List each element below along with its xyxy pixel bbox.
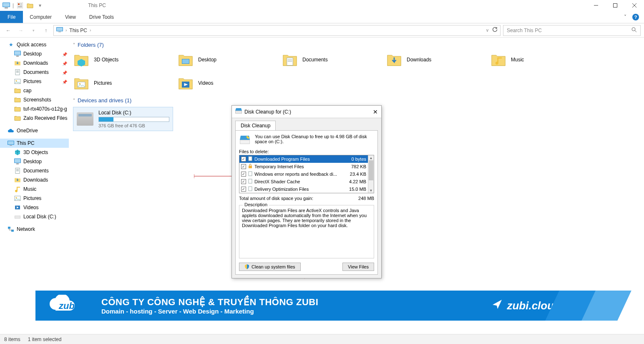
svg-rect-39	[240, 140, 249, 144]
star-icon: ★	[8, 41, 14, 48]
total-label: Total amount of disk space you gain:	[239, 196, 313, 201]
checkbox[interactable]: ✓	[241, 164, 246, 169]
folder-icon	[177, 51, 194, 68]
tab-drive-tools[interactable]: Drive Tools	[83, 11, 121, 23]
scroll-thumb[interactable]	[369, 160, 373, 180]
refresh-icon[interactable]	[492, 27, 498, 34]
checkbox[interactable]: ✓	[241, 172, 246, 177]
file-row[interactable]: ✓Windows error reports and feedback di..…	[239, 170, 374, 178]
dialog-title-bar[interactable]: Disk Cleanup for (C:) ✕	[232, 106, 381, 118]
disk-cleanup-dialog: Disk Cleanup for (C:) ✕ Disk Cleanup You…	[231, 105, 382, 278]
sidebar-item-local-disk-c-[interactable]: Local Disk (C:)	[0, 212, 69, 221]
files-list[interactable]: ✓Downloaded Program Files0 bytes✓Tempora…	[239, 155, 374, 193]
sidebar-onedrive[interactable]: OneDrive	[0, 126, 69, 135]
recent-dropdown[interactable]: ▾	[28, 25, 38, 35]
sidebar-item-music[interactable]: Music	[0, 185, 69, 194]
sidebar-item-3d-objects[interactable]: 3D Objects	[0, 148, 69, 157]
sidebar-item-downloads[interactable]: Downloads	[0, 175, 69, 185]
sidebar-item-screenshots[interactable]: Screenshots	[0, 95, 69, 104]
group-drives[interactable]: ˅ Devices and drives (1)	[73, 97, 640, 104]
scroll-up-icon[interactable]: ▲	[368, 155, 374, 160]
scrollbar[interactable]: ▲ ▼	[368, 155, 374, 193]
file-row[interactable]: ✓Temporary Internet Files782 KB	[239, 163, 374, 170]
file-row[interactable]: ✓Delivery Optimization Files15.0 MB	[239, 185, 374, 193]
folder-downloads[interactable]: Downloads	[386, 51, 490, 68]
drive-local-disk-c[interactable]: Local Disk (C:) 376 GB free of 476 GB	[73, 107, 173, 131]
file-label: Delivery Optimization Files	[254, 187, 309, 192]
tab-view[interactable]: View	[58, 11, 83, 23]
sidebar-item-desktop[interactable]: Desktop📌	[0, 49, 69, 58]
svg-rect-18	[10, 145, 12, 146]
close-icon[interactable]: ✕	[373, 109, 378, 115]
file-label: DirectX Shader Cache	[254, 179, 300, 184]
search-input[interactable]: Search This PC	[503, 25, 641, 36]
new-folder-icon[interactable]	[26, 2, 34, 9]
checkbox[interactable]: ✓	[241, 187, 246, 192]
address-dropdown-icon[interactable]: v	[486, 28, 488, 33]
sidebar-item-documents[interactable]: Documents📌	[0, 68, 69, 77]
sidebar-item-pictures[interactable]: Pictures	[0, 194, 69, 203]
folder-desktop[interactable]: Desktop	[177, 51, 282, 68]
maximize-button[interactable]	[606, 0, 625, 11]
chevron-right-icon[interactable]: ›	[65, 28, 67, 33]
ribbon-expand-icon[interactable]: ˅	[624, 14, 626, 20]
tab-computer[interactable]: Computer	[23, 11, 58, 23]
folder-icon	[14, 115, 21, 121]
group-folders[interactable]: ˅ Folders (7)	[73, 42, 640, 48]
svg-rect-5	[614, 4, 617, 8]
close-button[interactable]	[625, 0, 644, 11]
qat-dropdown-icon[interactable]: ▾	[36, 2, 44, 9]
sidebar-item-cap[interactable]: cap	[0, 86, 69, 95]
sidebar-quick-access[interactable]: ★ Quick access	[0, 40, 69, 49]
folder-videos[interactable]: Videos	[177, 75, 282, 91]
folder-documents[interactable]: Documents	[282, 51, 386, 68]
folder-3d-objects[interactable]: 3D Objects	[73, 51, 177, 68]
desktop-icon	[14, 158, 21, 165]
folder-label: Pictures	[94, 80, 112, 86]
folder-icon	[14, 87, 21, 94]
folder-label: Videos	[198, 80, 213, 86]
chevron-right-icon[interactable]: ›	[90, 28, 91, 33]
address-bar[interactable]: › This PC › v	[53, 25, 501, 36]
file-row[interactable]: ✓Downloaded Program Files0 bytes	[239, 155, 374, 163]
help-icon[interactable]: ?	[632, 14, 639, 20]
drive-icon	[235, 108, 242, 115]
dialog-intro-text: You can use Disk Cleanup to free up to 4…	[255, 134, 374, 146]
back-button[interactable]: ←	[3, 25, 13, 35]
sidebar-item-desktop[interactable]: Desktop	[0, 157, 69, 166]
drive-free-text: 376 GB free of 476 GB	[98, 123, 169, 128]
folder-music[interactable]: Music	[490, 51, 594, 68]
file-label: Windows error reports and feedback di...	[254, 172, 337, 177]
drive-icon	[77, 112, 93, 126]
checkbox[interactable]: ✓	[241, 157, 246, 162]
sidebar-item-zalo-received-files[interactable]: Zalo Received Files	[0, 114, 69, 123]
file-row[interactable]: ✓DirectX Shader Cache4.22 MB	[239, 178, 374, 185]
sidebar-item-downloads[interactable]: Downloads📌	[0, 58, 69, 68]
banner-heading: CÔNG TY CÔNG NGHỆ & TRUYỀN THÔNG ZUBI	[101, 297, 318, 308]
minimize-button[interactable]	[586, 0, 606, 11]
tab-disk-cleanup[interactable]: Disk Cleanup	[235, 121, 276, 130]
view-files-button[interactable]: View Files	[342, 263, 374, 271]
sidebar-network[interactable]: Network	[0, 225, 69, 234]
sidebar-item-label: Pictures	[23, 78, 41, 84]
sidebar-item-label: Desktop	[23, 51, 42, 57]
desktop-icon	[14, 51, 21, 57]
forward-button[interactable]: →	[16, 25, 26, 35]
sidebar-item-tuf-rtx4070s-o12g-g[interactable]: tuf-rtx4070s-o12g-g	[0, 104, 69, 114]
this-pc-icon	[56, 27, 63, 33]
sidebar-this-pc[interactable]: This PC	[0, 139, 69, 148]
scroll-down-icon[interactable]: ▼	[368, 188, 374, 193]
up-button[interactable]: ↑	[41, 25, 51, 35]
file-label: Temporary Internet Files	[254, 164, 304, 169]
svg-point-9	[632, 28, 635, 31]
tab-file[interactable]: File	[0, 11, 23, 23]
clean-system-files-button[interactable]: Clean up system files	[239, 263, 301, 271]
folder-pictures[interactable]: Pictures	[73, 75, 177, 91]
sidebar-item-pictures[interactable]: Pictures📌	[0, 77, 69, 86]
breadcrumb-this-pc[interactable]: This PC	[69, 28, 87, 33]
checkbox[interactable]: ✓	[241, 179, 246, 184]
sidebar-item-videos[interactable]: Videos	[0, 203, 69, 212]
sidebar-item-documents[interactable]: Documents	[0, 166, 69, 175]
properties-icon[interactable]	[16, 2, 24, 9]
cloud-icon	[8, 127, 14, 134]
